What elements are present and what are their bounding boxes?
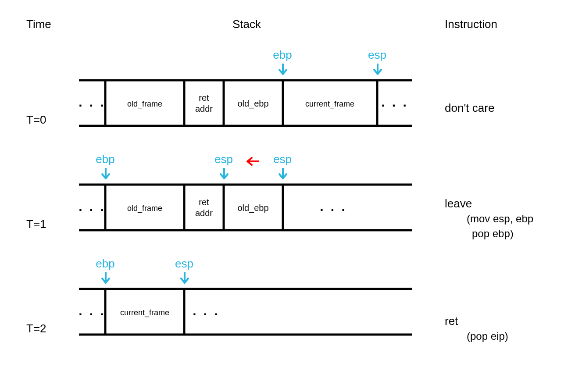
- header-time: Time: [26, 18, 51, 31]
- instruction-1: leave (mov esp, ebp pop ebp): [445, 196, 533, 241]
- pointer-ebp-1: ebp: [92, 153, 118, 166]
- cell-current-frame: current_frame: [305, 100, 354, 109]
- pointer-ebp-0: ebp: [269, 48, 296, 62]
- cell-ret-addr-2: addr: [195, 208, 213, 218]
- cell-old-frame: old_frame: [127, 204, 162, 213]
- pointer-ebp-2: ebp: [92, 257, 118, 271]
- arrow-down-icon: [279, 168, 287, 181]
- arrow-left-icon: [246, 157, 259, 166]
- header-instruction: Instruction: [445, 18, 497, 31]
- instruction-1-sub1: (mov esp, ebp: [445, 211, 533, 226]
- stack-row-2: . . . current_frame . . .: [79, 288, 412, 336]
- ellipsis-right: . . .: [320, 199, 347, 214]
- ellipsis-left: . . .: [79, 303, 106, 318]
- instruction-2-sub1: (pop eip): [445, 329, 508, 344]
- arrow-down-icon: [373, 64, 382, 77]
- pointer-esp-2: esp: [171, 257, 197, 271]
- cell-old-ebp: old_ebp: [237, 99, 268, 109]
- stack-row-0: . . . old_frame ret addr old_ebp current…: [79, 79, 412, 127]
- stack-row-1: . . . old_frame ret addr old_ebp . . .: [79, 183, 412, 232]
- arrow-down-icon: [180, 272, 189, 285]
- cell-old-frame: old_frame: [127, 100, 162, 109]
- instruction-2-main: ret: [445, 313, 508, 329]
- arrow-down-icon: [279, 64, 287, 77]
- cell-ret-addr-1: ret: [199, 197, 209, 207]
- arrow-down-icon: [101, 168, 110, 181]
- arrow-down-icon: [220, 168, 229, 181]
- time-label-1: T=1: [26, 217, 46, 231]
- pointer-esp-1b: esp: [269, 153, 296, 166]
- time-label-0: T=0: [26, 113, 46, 127]
- cell-old-ebp: old_ebp: [237, 203, 268, 213]
- ellipsis-left: . . .: [79, 199, 106, 214]
- time-label-2: T=2: [26, 322, 46, 335]
- arrow-down-icon: [101, 272, 110, 285]
- instruction-1-sub2: pop ebp): [445, 226, 533, 241]
- instruction-0-main: don't care: [445, 100, 494, 116]
- instruction-0: don't care: [445, 100, 494, 116]
- pointer-esp-0: esp: [364, 48, 390, 62]
- ellipsis-left: . . .: [79, 95, 106, 109]
- instruction-2: ret (pop eip): [445, 313, 508, 344]
- cell-ret-addr-1: ret: [199, 93, 209, 103]
- cell-ret-addr-2: addr: [195, 104, 213, 114]
- ellipsis-right: . . .: [193, 303, 220, 318]
- instruction-1-main: leave: [445, 196, 533, 211]
- ellipsis-right: . . .: [381, 95, 408, 109]
- cell-current-frame: current_frame: [120, 308, 169, 317]
- header-stack: Stack: [232, 18, 261, 31]
- pointer-esp-1a: esp: [211, 153, 237, 166]
